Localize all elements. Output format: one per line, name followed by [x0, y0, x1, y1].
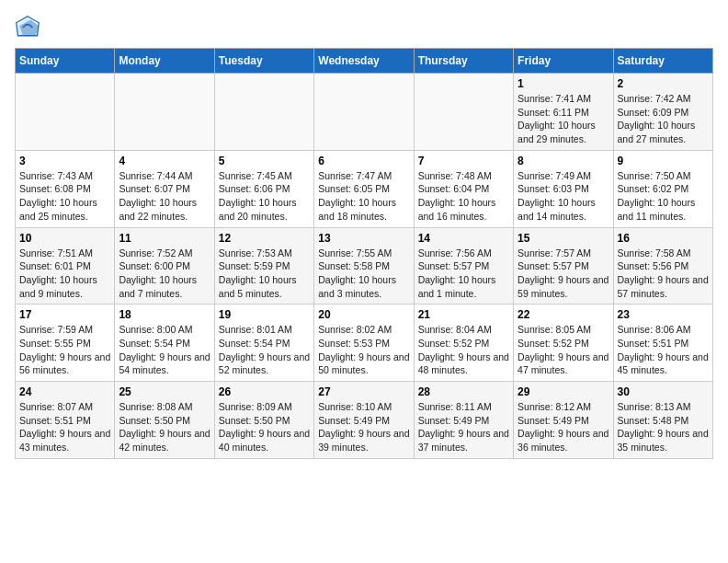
calendar-day-cell: 30Sunrise: 8:13 AM Sunset: 5:48 PM Dayli…	[613, 382, 712, 459]
day-info: Sunrise: 7:58 AM Sunset: 5:56 PM Dayligh…	[618, 247, 709, 301]
day-number: 1	[518, 77, 609, 90]
day-info: Sunrise: 7:47 AM Sunset: 6:05 PM Dayligh…	[318, 169, 409, 224]
calendar-week-row: 1Sunrise: 7:41 AM Sunset: 6:11 PM Daylig…	[16, 74, 713, 151]
day-number: 28	[418, 385, 509, 398]
day-number: 15	[518, 232, 609, 245]
calendar-day-cell: 12Sunrise: 7:53 AM Sunset: 5:59 PM Dayli…	[214, 227, 313, 304]
weekday-header-cell: Thursday	[414, 49, 513, 74]
day-number: 17	[19, 308, 110, 321]
day-number: 5	[219, 155, 310, 167]
day-info: Sunrise: 7:44 AM Sunset: 6:07 PM Dayligh…	[119, 169, 210, 224]
day-info: Sunrise: 7:51 AM Sunset: 6:01 PM Dayligh…	[19, 247, 110, 301]
day-info: Sunrise: 8:01 AM Sunset: 5:54 PM Dayligh…	[219, 323, 310, 377]
weekday-header-cell: Monday	[115, 49, 214, 74]
day-number: 29	[518, 385, 609, 398]
day-number: 30	[618, 385, 709, 398]
day-number: 16	[618, 232, 709, 245]
calendar-week-row: 17Sunrise: 7:59 AM Sunset: 5:55 PM Dayli…	[16, 304, 713, 382]
logo	[15, 15, 44, 40]
day-number: 24	[19, 385, 110, 398]
calendar-day-cell: 11Sunrise: 7:52 AM Sunset: 6:00 PM Dayli…	[115, 227, 214, 304]
calendar-day-cell: 3Sunrise: 7:43 AM Sunset: 6:08 PM Daylig…	[16, 150, 115, 227]
day-number: 19	[219, 308, 310, 321]
calendar-week-row: 24Sunrise: 8:07 AM Sunset: 5:51 PM Dayli…	[16, 382, 713, 459]
calendar-day-cell: 16Sunrise: 7:58 AM Sunset: 5:56 PM Dayli…	[613, 227, 712, 304]
calendar-day-cell: 4Sunrise: 7:44 AM Sunset: 6:07 PM Daylig…	[115, 150, 214, 227]
day-info: Sunrise: 8:08 AM Sunset: 5:50 PM Dayligh…	[119, 400, 210, 454]
calendar-day-cell: 1Sunrise: 7:41 AM Sunset: 6:11 PM Daylig…	[514, 74, 613, 151]
weekday-header-row: SundayMondayTuesdayWednesdayThursdayFrid…	[16, 49, 713, 74]
calendar-header: SundayMondayTuesdayWednesdayThursdayFrid…	[16, 49, 713, 74]
logo-icon	[15, 15, 40, 40]
calendar-day-cell: 19Sunrise: 8:01 AM Sunset: 5:54 PM Dayli…	[214, 304, 313, 382]
day-number: 11	[119, 232, 210, 245]
day-info: Sunrise: 7:49 AM Sunset: 6:03 PM Dayligh…	[518, 169, 609, 224]
day-info: Sunrise: 7:41 AM Sunset: 6:11 PM Dayligh…	[518, 92, 609, 146]
day-info: Sunrise: 7:48 AM Sunset: 6:04 PM Dayligh…	[418, 169, 509, 224]
day-info: Sunrise: 7:53 AM Sunset: 5:59 PM Dayligh…	[219, 247, 310, 301]
calendar-week-row: 3Sunrise: 7:43 AM Sunset: 6:08 PM Daylig…	[16, 150, 713, 227]
day-number: 4	[119, 155, 210, 167]
calendar-day-cell: 9Sunrise: 7:50 AM Sunset: 6:02 PM Daylig…	[613, 150, 712, 227]
day-info: Sunrise: 8:05 AM Sunset: 5:52 PM Dayligh…	[518, 323, 609, 377]
calendar-day-cell: 22Sunrise: 8:05 AM Sunset: 5:52 PM Dayli…	[514, 304, 613, 382]
calendar-day-cell: 13Sunrise: 7:55 AM Sunset: 5:58 PM Dayli…	[314, 227, 414, 304]
day-info: Sunrise: 7:45 AM Sunset: 6:06 PM Dayligh…	[219, 169, 310, 224]
day-number: 13	[318, 232, 409, 245]
calendar-day-cell: 26Sunrise: 8:09 AM Sunset: 5:50 PM Dayli…	[214, 382, 313, 459]
day-info: Sunrise: 8:02 AM Sunset: 5:53 PM Dayligh…	[318, 323, 409, 377]
day-number: 18	[119, 308, 210, 321]
day-number: 7	[418, 155, 509, 167]
calendar-table: SundayMondayTuesdayWednesdayThursdayFrid…	[15, 48, 713, 459]
day-info: Sunrise: 8:13 AM Sunset: 5:48 PM Dayligh…	[618, 400, 709, 454]
day-info: Sunrise: 7:42 AM Sunset: 6:09 PM Dayligh…	[618, 92, 709, 146]
day-number: 23	[618, 308, 709, 321]
calendar-day-cell: 10Sunrise: 7:51 AM Sunset: 6:01 PM Dayli…	[16, 227, 115, 304]
calendar-day-cell	[414, 74, 513, 151]
day-info: Sunrise: 8:10 AM Sunset: 5:49 PM Dayligh…	[318, 400, 409, 454]
calendar-day-cell	[314, 74, 414, 151]
day-number: 10	[19, 232, 110, 245]
day-info: Sunrise: 8:04 AM Sunset: 5:52 PM Dayligh…	[418, 323, 509, 377]
calendar-day-cell	[214, 74, 313, 151]
calendar-day-cell: 25Sunrise: 8:08 AM Sunset: 5:50 PM Dayli…	[115, 382, 214, 459]
day-info: Sunrise: 7:59 AM Sunset: 5:55 PM Dayligh…	[19, 323, 110, 377]
day-info: Sunrise: 7:52 AM Sunset: 6:00 PM Dayligh…	[119, 247, 210, 301]
calendar-day-cell: 14Sunrise: 7:56 AM Sunset: 5:57 PM Dayli…	[414, 227, 513, 304]
day-number: 3	[19, 155, 110, 167]
calendar-day-cell: 2Sunrise: 7:42 AM Sunset: 6:09 PM Daylig…	[613, 74, 712, 151]
weekday-header-cell: Wednesday	[314, 49, 414, 74]
calendar-day-cell: 23Sunrise: 8:06 AM Sunset: 5:51 PM Dayli…	[613, 304, 712, 382]
day-number: 12	[219, 232, 310, 245]
page-header	[15, 15, 713, 40]
calendar-week-row: 10Sunrise: 7:51 AM Sunset: 6:01 PM Dayli…	[16, 227, 713, 304]
day-number: 20	[318, 308, 409, 321]
day-info: Sunrise: 8:12 AM Sunset: 5:49 PM Dayligh…	[518, 400, 609, 454]
weekday-header-cell: Saturday	[613, 49, 712, 74]
day-info: Sunrise: 8:00 AM Sunset: 5:54 PM Dayligh…	[119, 323, 210, 377]
day-number: 8	[518, 155, 609, 167]
calendar-day-cell: 29Sunrise: 8:12 AM Sunset: 5:49 PM Dayli…	[514, 382, 613, 459]
calendar-day-cell: 5Sunrise: 7:45 AM Sunset: 6:06 PM Daylig…	[214, 150, 313, 227]
calendar-day-cell: 15Sunrise: 7:57 AM Sunset: 5:57 PM Dayli…	[514, 227, 613, 304]
day-info: Sunrise: 8:09 AM Sunset: 5:50 PM Dayligh…	[219, 400, 310, 454]
calendar-day-cell	[16, 74, 115, 151]
calendar-day-cell: 24Sunrise: 8:07 AM Sunset: 5:51 PM Dayli…	[16, 382, 115, 459]
calendar-day-cell: 17Sunrise: 7:59 AM Sunset: 5:55 PM Dayli…	[16, 304, 115, 382]
calendar-day-cell: 21Sunrise: 8:04 AM Sunset: 5:52 PM Dayli…	[414, 304, 513, 382]
day-number: 2	[618, 77, 709, 90]
day-number: 21	[418, 308, 509, 321]
day-info: Sunrise: 7:50 AM Sunset: 6:02 PM Dayligh…	[618, 169, 709, 224]
day-info: Sunrise: 7:43 AM Sunset: 6:08 PM Dayligh…	[19, 169, 110, 224]
calendar-day-cell: 27Sunrise: 8:10 AM Sunset: 5:49 PM Dayli…	[314, 382, 414, 459]
calendar-body: 1Sunrise: 7:41 AM Sunset: 6:11 PM Daylig…	[16, 74, 713, 459]
day-number: 26	[219, 385, 310, 398]
weekday-header-cell: Tuesday	[214, 49, 313, 74]
day-number: 14	[418, 232, 509, 245]
day-info: Sunrise: 7:55 AM Sunset: 5:58 PM Dayligh…	[318, 247, 409, 301]
weekday-header-cell: Sunday	[16, 49, 115, 74]
day-info: Sunrise: 7:57 AM Sunset: 5:57 PM Dayligh…	[518, 247, 609, 301]
day-info: Sunrise: 8:11 AM Sunset: 5:49 PM Dayligh…	[418, 400, 509, 454]
weekday-header-cell: Friday	[514, 49, 613, 74]
day-number: 6	[318, 155, 409, 167]
